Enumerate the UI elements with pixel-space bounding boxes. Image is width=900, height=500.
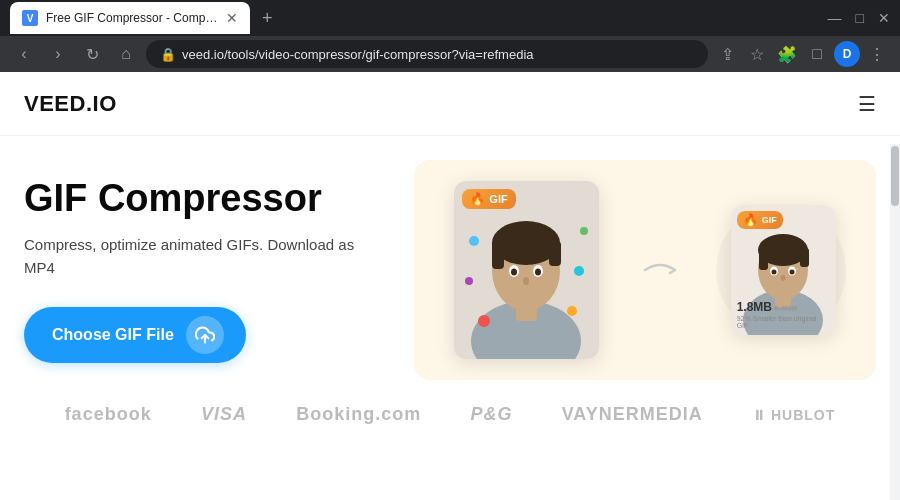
hamburger-menu[interactable]: ☰	[858, 92, 876, 116]
page-content: VEED.IO ☰ GIF Compressor Compress, optim…	[0, 72, 900, 500]
brand-booking: Booking.com	[296, 404, 421, 425]
brand-visa: VISA	[201, 404, 247, 425]
svg-point-19	[574, 266, 584, 276]
gif-badge-large: 🔥 GIF	[462, 189, 515, 209]
arrow-icon	[640, 255, 690, 285]
size-compressed: 1.8MB	[737, 300, 772, 314]
arrow-area	[640, 255, 690, 285]
hero-visual: 🔥 GIF	[414, 160, 876, 380]
navbar: VEED.IO ☰	[0, 72, 900, 136]
forward-button[interactable]: ›	[44, 40, 72, 68]
close-window-icon[interactable]: ✕	[878, 10, 890, 26]
brand-vaynermedia: VAYNERMEDIA	[562, 404, 703, 425]
gif-badge-small-label: GIF	[762, 215, 777, 225]
refresh-button[interactable]: ↻	[78, 40, 106, 68]
svg-point-17	[567, 306, 577, 316]
svg-point-15	[478, 315, 490, 327]
extensions-icon[interactable]: 🧩	[774, 41, 800, 67]
logo[interactable]: VEED.IO	[24, 91, 117, 117]
svg-point-31	[780, 275, 785, 281]
choose-gif-label: Choose GIF File	[52, 326, 174, 344]
bookmark-icon[interactable]: ☆	[744, 41, 770, 67]
hero-section: GIF Compressor Compress, optimize animat…	[0, 136, 900, 380]
svg-point-30	[789, 270, 794, 275]
size-main: 1.8MB 5.4MB	[737, 300, 830, 314]
gif-card-large: 🔥 GIF	[454, 181, 599, 359]
brand-facebook: facebook	[65, 404, 152, 425]
address-input[interactable]: 🔒 veed.io/tools/video-compressor/gif-com…	[146, 40, 708, 68]
hero-title: GIF Compressor	[24, 177, 384, 221]
menu-icon[interactable]: ⋮	[864, 41, 890, 67]
minimize-icon[interactable]: —	[828, 10, 842, 26]
hero-text: GIF Compressor Compress, optimize animat…	[24, 177, 384, 364]
scrollbar-thumb[interactable]	[891, 146, 899, 206]
tab-title: Free GIF Compressor - Compress	[46, 11, 218, 25]
svg-point-29	[771, 270, 776, 275]
gif-card-small: 🔥 GIF	[731, 205, 836, 335]
tab-favicon: V	[22, 10, 38, 26]
tab-bar: V Free GIF Compressor - Compress ✕ + — □…	[0, 0, 900, 36]
svg-rect-25	[759, 248, 768, 270]
size-subtitle: 92% Smaller than original GIF	[737, 315, 830, 329]
home-button[interactable]: ⌂	[112, 40, 140, 68]
svg-point-11	[511, 269, 517, 276]
lock-icon: 🔒	[160, 47, 176, 62]
hero-subtitle: Compress, optimize animated GIFs. Downlo…	[24, 234, 384, 279]
back-button[interactable]: ‹	[10, 40, 38, 68]
url-text: veed.io/tools/video-compressor/gif-compr…	[182, 47, 534, 62]
svg-point-14	[469, 236, 479, 246]
window-controls: — □ ✕	[828, 10, 890, 26]
upload-icon	[186, 316, 224, 354]
svg-rect-7	[492, 241, 504, 269]
gif-badge-small: 🔥 GIF	[737, 211, 783, 229]
svg-rect-8	[549, 241, 561, 266]
brand-pg: P&G	[470, 404, 512, 425]
size-original: 5.4MB	[774, 304, 798, 313]
gif-badge-icon: 🔥	[470, 192, 485, 206]
svg-point-16	[580, 227, 588, 235]
tab-close-button[interactable]: ✕	[226, 10, 238, 26]
browser-actions: ⇪ ☆ 🧩 □ D ⋮	[714, 41, 890, 67]
new-tab-button[interactable]: +	[262, 8, 273, 29]
share-icon[interactable]: ⇪	[714, 41, 740, 67]
maximize-icon[interactable]: □	[856, 10, 864, 26]
gif-badge-small-icon: 🔥	[743, 213, 758, 227]
size-info: 1.8MB 5.4MB 92% Smaller than original GI…	[737, 300, 830, 329]
choose-gif-button[interactable]: Choose GIF File	[24, 307, 246, 363]
svg-point-12	[535, 269, 541, 276]
brands-section: facebook VISA Booking.com P&G VAYNERMEDI…	[0, 388, 900, 441]
svg-point-18	[465, 277, 473, 285]
active-tab[interactable]: V Free GIF Compressor - Compress ✕	[10, 2, 250, 34]
brand-hublot: ⏸ HUBLOT	[752, 407, 835, 423]
profile-badge[interactable]: D	[834, 41, 860, 67]
profile-icon[interactable]: □	[804, 41, 830, 67]
svg-point-13	[523, 277, 529, 285]
gif-badge-label: GIF	[489, 193, 507, 205]
scrollbar[interactable]	[890, 144, 900, 500]
svg-rect-26	[800, 248, 809, 267]
browser-chrome: V Free GIF Compressor - Compress ✕ + — □…	[0, 0, 900, 72]
hublot-bars-icon: ⏸	[752, 407, 767, 423]
address-bar-row: ‹ › ↻ ⌂ 🔒 veed.io/tools/video-compressor…	[0, 36, 900, 72]
